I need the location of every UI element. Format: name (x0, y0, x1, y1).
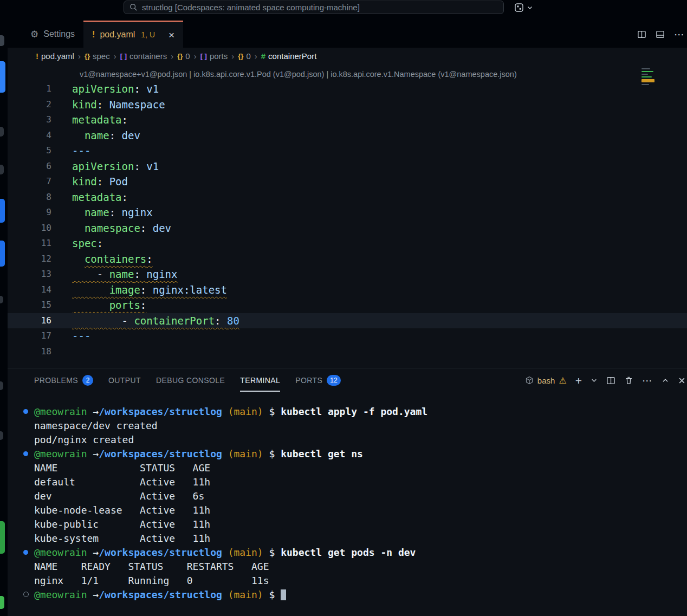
panel-tabs: PROBLEMS2OUTPUTDEBUG CONSOLETERMINALPORT… (34, 369, 356, 392)
tab-label: pod.yaml (100, 30, 135, 40)
line-content: kind: Namespace (51, 97, 165, 113)
prompt-branch: (main) (222, 589, 263, 600)
title-bar: structlog [Codespaces: animated space co… (0, 0, 687, 21)
prompt-branch: (main) (222, 448, 263, 459)
terminal-output-line: namespace/dev created (34, 419, 687, 433)
tab-pod-yaml[interactable]: ! pod.yaml 1, U × (83, 21, 183, 48)
more-actions-icon[interactable]: ⋯ (674, 28, 685, 41)
terminal-shell-tab[interactable]: bash ⚠ (525, 375, 567, 386)
tab-bar: ⚙ Settings ! pod.yaml 1, U × ⋯ (8, 21, 687, 48)
code-token: image (109, 284, 140, 296)
breadcrumb-item-0[interactable]: {}0 (238, 51, 250, 61)
kill-terminal-trash-icon[interactable] (624, 376, 633, 385)
panel-more-actions-icon[interactable]: ⋯ (642, 374, 653, 387)
line-number: 10 (8, 221, 51, 236)
codespaces-menu[interactable] (514, 1, 533, 14)
prompt-user: @meowrain (34, 547, 87, 558)
breadcrumb-label: ports (210, 51, 228, 61)
code-token (72, 206, 85, 218)
code-line-10[interactable]: 10 namespace: dev (8, 221, 687, 236)
code-line-13[interactable]: 13 - name: nginx (8, 267, 687, 282)
code-line-9[interactable]: 9 name: nginx (8, 205, 687, 221)
code-line-18[interactable]: 18 (8, 344, 687, 360)
code-line-17[interactable]: 17--- (8, 328, 687, 344)
command-decoration[interactable] (23, 409, 28, 414)
code-line-7[interactable]: 7kind: Pod (8, 174, 687, 190)
output-text: nginx 1/1 Running 0 11s (34, 575, 269, 586)
terminal-output-line: NAME READY STATUS RESTARTS AGE (34, 560, 687, 574)
command-decoration[interactable] (23, 592, 29, 597)
yaml-schema-hint[interactable]: v1@namespace+v1@pod.json | io.k8s.api.co… (80, 67, 687, 81)
code-token: nginx (122, 206, 153, 218)
close-tab-icon[interactable]: × (168, 30, 174, 40)
line-content: kind: Pod (51, 174, 128, 190)
tab-settings[interactable]: ⚙ Settings (22, 21, 83, 48)
prompt-symbol: $ (263, 547, 281, 558)
code-line-1[interactable]: 1apiVersion: v1 (8, 81, 687, 97)
code-token: namespace (85, 222, 140, 234)
code-token: kind (72, 176, 97, 187)
command-center-search[interactable]: structlog [Codespaces: animated space co… (124, 1, 504, 14)
close-panel-icon[interactable] (678, 377, 686, 385)
breadcrumb-item-0[interactable]: {}0 (177, 51, 190, 61)
terminal-prompt-line: @meowrain →/workspaces/structlog (main) … (34, 546, 687, 560)
breadcrumb-item-containers[interactable]: [ ]containers (120, 51, 167, 61)
breadcrumb-label: containerPort (268, 51, 316, 61)
code-line-16[interactable]: 16 - containerPort: 80 (8, 313, 687, 329)
panel-tab-problems[interactable]: PROBLEMS2 (34, 369, 93, 392)
panel-tab-debug-console[interactable]: DEBUG CONSOLE (156, 369, 225, 392)
search-icon (129, 3, 138, 11)
prompt-user: @meowrain (34, 448, 87, 459)
panel-tab-ports[interactable]: PORTS12 (295, 369, 340, 392)
activity-bar-indicator (0, 199, 5, 223)
code-line-15[interactable]: 15 ports: (8, 297, 687, 313)
panel-tab-terminal[interactable]: TERMINAL (240, 369, 280, 392)
code-token: v1 (146, 160, 159, 172)
minimap[interactable] (641, 68, 659, 96)
code-token: : (122, 114, 128, 126)
line-number: 16 (8, 313, 51, 329)
terminal-content[interactable]: @meowrain →/workspaces/structlog (main) … (8, 392, 687, 616)
split-terminal-icon[interactable] (606, 376, 615, 385)
line-number: 3 (8, 112, 51, 128)
split-editor-icon[interactable] (637, 30, 646, 39)
activity-bar-indicator (0, 296, 3, 303)
line-content: name: dev (51, 128, 140, 144)
terminal-output-line: default Active 11h (34, 475, 687, 489)
activity-bar[interactable] (0, 21, 8, 616)
search-label: structlog [Codespaces: animated space co… (142, 3, 360, 12)
line-content: name: nginx (51, 205, 153, 221)
terminal-output-line: kube-node-lease Active 11h (34, 503, 687, 517)
line-content: - containerPort: 80 (51, 313, 239, 329)
code-line-6[interactable]: 6apiVersion: v1 (8, 159, 687, 174)
panel-tab-output[interactable]: OUTPUT (108, 369, 141, 392)
warning-icon: ⚠ (559, 375, 566, 386)
code-line-2[interactable]: 2kind: Namespace (8, 97, 687, 113)
maximize-panel-chevron-up-icon[interactable] (662, 377, 669, 384)
breadcrumb-item-pod.yaml[interactable]: !pod.yaml (36, 51, 74, 61)
breadcrumb-item-containerPort[interactable]: #containerPort (261, 51, 317, 61)
breadcrumb: !pod.yaml›{}spec›[ ]containers›{}0›[ ]po… (8, 48, 687, 64)
layout-panel-icon[interactable] (656, 30, 665, 39)
breadcrumb-item-ports[interactable]: [ ]ports (200, 51, 228, 61)
code-token: - (72, 268, 109, 280)
breadcrumb-item-spec[interactable]: {}spec (85, 51, 110, 61)
code-token: dev (122, 129, 140, 141)
launch-profile-chevron-icon[interactable] (591, 377, 598, 384)
editor[interactable]: v1@namespace+v1@pod.json | io.k8s.api.co… (8, 64, 687, 368)
line-number: 8 (8, 190, 51, 205)
code-line-14[interactable]: 14 image: nginx:latest (8, 282, 687, 298)
code-line-3[interactable]: 3metadata: (8, 112, 687, 128)
code-line-4[interactable]: 4 name: dev (8, 128, 687, 144)
array-icon: [ ] (200, 52, 207, 60)
activity-bar-indicator (0, 381, 3, 390)
code-line-12[interactable]: 12 containers: (8, 251, 687, 267)
code-token: containerPort (134, 315, 215, 327)
panel-tab-label: OUTPUT (108, 376, 141, 385)
command-decoration[interactable] (23, 550, 28, 555)
code-line-8[interactable]: 8metadata: (8, 190, 687, 205)
code-line-5[interactable]: 5--- (8, 143, 687, 159)
new-terminal-icon[interactable]: + (575, 375, 582, 386)
command-decoration[interactable] (23, 451, 28, 456)
code-line-11[interactable]: 11spec: (8, 236, 687, 251)
